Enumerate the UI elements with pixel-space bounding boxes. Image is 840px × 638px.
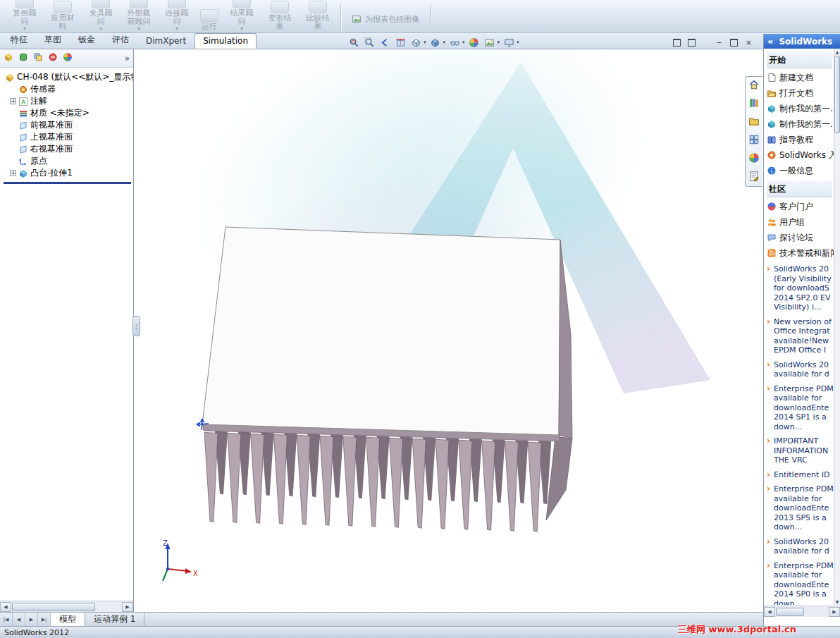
- dimxpertmanager-tab[interactable]: [48, 52, 58, 64]
- expand-plus-icon[interactable]: +: [10, 98, 16, 104]
- task-pane-vertical-scrollbar[interactable]: ▲ ▼: [834, 49, 840, 605]
- feature-panel-horizontal-scrollbar[interactable]: ◀ ▶: [0, 601, 134, 612]
- command-tab-3[interactable]: 评估: [104, 31, 137, 49]
- dropdown-arrow-icon[interactable]: ▾: [462, 39, 465, 45]
- panel-splitter-handle[interactable]: ⋮: [132, 316, 140, 336]
- scroll-thumb[interactable]: [776, 608, 804, 616]
- tree-item[interactable]: 前视基准面: [1, 119, 132, 131]
- bottom-tab-1[interactable]: 运动算例 1: [85, 613, 144, 626]
- tree-item[interactable]: 原点: [1, 155, 132, 167]
- tree-item[interactable]: +凸台-拉伸1: [1, 167, 132, 179]
- task-pane-item[interactable]: 探讨论坛: [767, 230, 834, 245]
- external-loads-advisor-button[interactable]: 外部载荷顾问▾: [124, 0, 154, 31]
- rollback-bar[interactable]: [4, 182, 131, 184]
- task-pane-item[interactable]: i一般信息: [767, 163, 834, 178]
- restore-pane-right-button[interactable]: [686, 37, 698, 47]
- expand-plus-icon[interactable]: +: [10, 170, 16, 176]
- tree-item[interactable]: +A注解: [1, 95, 132, 107]
- news-link[interactable]: Enterprise PDMavailable fordownloadEnte2…: [767, 384, 834, 432]
- tree-item[interactable]: 材质 <未指定>: [1, 107, 132, 119]
- restore-window-button[interactable]: [728, 37, 740, 47]
- apply-material-button[interactable]: 应用材料: [48, 1, 78, 31]
- custom-properties-tab[interactable]: [748, 171, 760, 184]
- file-explorer-tab[interactable]: [748, 116, 760, 129]
- news-link[interactable]: Enterprise PDMavailable fordownloadEnte2…: [767, 484, 834, 532]
- design-library-tab[interactable]: [748, 97, 760, 111]
- expand-panel-chevrons[interactable]: »: [125, 54, 130, 63]
- command-tab-1[interactable]: 草图: [36, 31, 70, 49]
- propertymanager-tab[interactable]: [18, 52, 28, 64]
- connections-advisor-button[interactable]: 连接顾问▾: [162, 0, 192, 31]
- study-advisor-button[interactable]: 算例顾问▾: [10, 0, 39, 31]
- scroll-left-button[interactable]: ◀: [0, 602, 11, 612]
- sheet-nav-button-1[interactable]: ◀: [13, 613, 25, 626]
- task-pane-item[interactable]: 制作我的第一...: [767, 116, 834, 132]
- news-link[interactable]: SolidWorks 20available for d: [767, 537, 834, 556]
- scroll-left-button[interactable]: ◀: [764, 607, 775, 617]
- scroll-down-button[interactable]: ▼: [834, 599, 840, 605]
- task-pane-item[interactable]: 用户组: [767, 214, 834, 230]
- restore-pane-left-button[interactable]: [671, 37, 683, 47]
- configurationmanager-tab[interactable]: [33, 52, 43, 64]
- compare-results-button[interactable]: 比较结果: [303, 1, 333, 31]
- hide-show-items-button[interactable]: [447, 36, 462, 49]
- sheet-nav-button-0[interactable]: |◀: [0, 613, 13, 626]
- tree-item[interactable]: 右视基准面: [1, 143, 132, 155]
- news-link[interactable]: Enterprise PDMavailable fordownloadEnte2…: [767, 561, 834, 606]
- view-palette-tab[interactable]: [748, 134, 760, 147]
- dropdown-arrow-icon[interactable]: ▾: [498, 39, 500, 45]
- scroll-right-button[interactable]: ▶: [122, 602, 133, 612]
- previous-view-button[interactable]: [378, 36, 392, 49]
- dropdown-arrow-icon[interactable]: ▾: [517, 39, 519, 45]
- results-advisor-button[interactable]: 结果顾问▾: [227, 0, 257, 31]
- solidworks-resources-home-tab[interactable]: [748, 79, 760, 92]
- task-pane-item[interactable]: 技术警戒和新闻: [767, 245, 834, 261]
- featuremanager-design-tree-tab[interactable]: [4, 52, 13, 64]
- command-tab-5[interactable]: Simulation: [194, 33, 257, 49]
- news-link[interactable]: New version ofOffice Integratavailable!N…: [767, 317, 834, 355]
- scroll-thumb[interactable]: [834, 56, 840, 133]
- deformed-result-button[interactable]: 变形结果: [265, 1, 295, 31]
- displaymanager-tab[interactable]: [63, 52, 73, 64]
- task-pane-item[interactable]: 指导教程: [767, 132, 834, 147]
- news-link[interactable]: IMPORTANTINFORMATIONTHE VRC: [767, 436, 834, 465]
- tree-item[interactable]: 传感器: [1, 83, 132, 95]
- display-style-button[interactable]: [428, 36, 443, 49]
- dropdown-arrow-icon[interactable]: ▾: [424, 39, 426, 45]
- scroll-up-button[interactable]: ▲: [834, 49, 840, 55]
- command-tab-2[interactable]: 钣金: [70, 31, 104, 49]
- news-link[interactable]: Entitlement ID: [767, 470, 834, 480]
- scroll-track[interactable]: [11, 602, 122, 612]
- sheet-nav-button-2[interactable]: ▶: [25, 613, 38, 626]
- fixtures-advisor-button[interactable]: 夹具顾问▾: [86, 0, 116, 31]
- sheet-nav-button-3[interactable]: ▶|: [38, 613, 51, 626]
- command-tab-4[interactable]: DimXpert: [137, 33, 194, 49]
- minimize-button[interactable]: −: [713, 37, 725, 47]
- news-link[interactable]: SolidWorks 20(Early Visibilityfor downlo…: [767, 264, 834, 312]
- task-pane-item[interactable]: 制作我的第一...: [767, 101, 834, 116]
- section-view-button[interactable]: [393, 36, 407, 49]
- tree-root-item[interactable]: CH-048 (默认<<默认>_显示状态: [1, 71, 132, 83]
- view-orientation-button[interactable]: [409, 36, 423, 49]
- scroll-thumb[interactable]: [12, 603, 95, 611]
- tree-item[interactable]: 上视基准面: [1, 131, 132, 143]
- collapse-pane-icon[interactable]: «: [767, 36, 773, 47]
- task-pane-horizontal-scrollbar[interactable]: ◀ ▶: [764, 606, 840, 617]
- news-link[interactable]: SolidWorks 20available for d: [767, 360, 834, 379]
- include-image-for-report-button[interactable]: 为报表包括图像: [352, 14, 419, 24]
- view-settings-button[interactable]: [502, 36, 516, 49]
- close-button[interactable]: ×: [743, 37, 755, 47]
- run-button[interactable]: 运行: [200, 9, 218, 31]
- task-pane-item[interactable]: 新建文档: [767, 70, 834, 85]
- edit-appearance-button[interactable]: [467, 36, 481, 49]
- graphics-viewport[interactable]: Z X: [134, 49, 763, 612]
- zoom-to-area-button[interactable]: [362, 36, 376, 49]
- bottom-tab-0[interactable]: 模型: [51, 613, 85, 626]
- appearances-scenes-tab[interactable]: [748, 152, 760, 166]
- heatsink-model[interactable]: Z X: [134, 49, 763, 612]
- dropdown-arrow-icon[interactable]: ▾: [443, 39, 446, 45]
- command-tab-0[interactable]: 特征: [2, 31, 36, 49]
- zoom-to-fit-button[interactable]: [347, 36, 361, 49]
- scroll-right-button[interactable]: ▶: [829, 607, 840, 617]
- task-pane-item[interactable]: 客户门户: [767, 199, 834, 214]
